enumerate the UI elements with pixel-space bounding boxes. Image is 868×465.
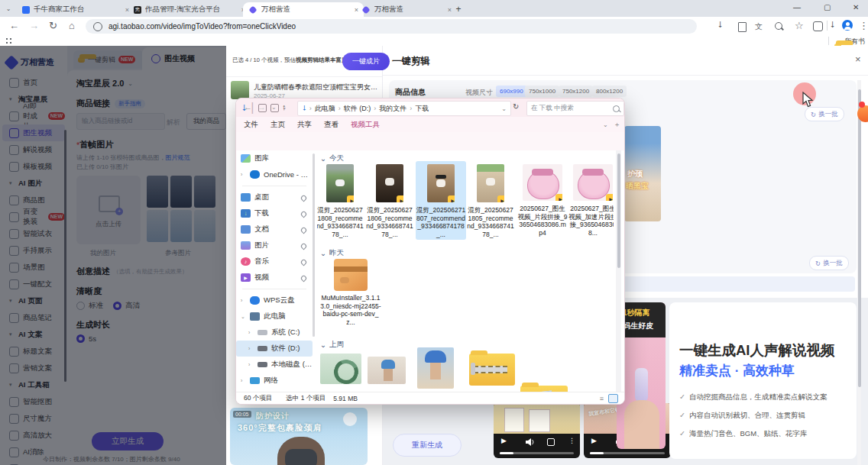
sidebar-section-taobao-xingchen[interactable]: ▾淘宝星辰 [2, 91, 65, 108]
beginner-guide-badge[interactable]: 新手指南 [115, 99, 145, 108]
tab-close-icon[interactable]: × [448, 6, 452, 14]
new-tab-button[interactable]: + [452, 3, 465, 15]
explorer-sidebar-scrollbar[interactable] [313, 153, 315, 337]
address-bar[interactable]: agi.taobao.com/video/imgToVideo?from=one… [86, 19, 697, 34]
save-collection-icon[interactable] [738, 22, 747, 32]
nav-back-icon[interactable]: ← [244, 102, 252, 111]
nav-this-pc[interactable]: ⌄此电脑 [236, 308, 313, 325]
window-maximize-button[interactable]: ▢ [824, 3, 831, 11]
site-info-icon[interactable] [93, 22, 102, 31]
sample-image[interactable] [194, 176, 215, 208]
clarity-standard-option[interactable]: 标准 [76, 301, 103, 311]
breadcrumb-dr-d[interactable]: 软件 (D:) [344, 104, 371, 114]
sample-image[interactable] [194, 210, 215, 242]
candidate-video-thumbnail[interactable]: 护颈 晒黑宝 [624, 126, 661, 221]
product-link-input[interactable]: 输入商品链接或id [76, 113, 165, 130]
progress-track[interactable] [500, 452, 574, 454]
tab-search-icon[interactable]: ⌄ [3, 4, 14, 14]
sample-image[interactable] [147, 210, 168, 242]
bookmark-star-icon[interactable]: ☆ [795, 20, 804, 31]
my-images-tab[interactable]: 我的图片 [90, 249, 116, 258]
downloads-tray-icon[interactable]: ⭣ [831, 20, 834, 30]
nav-documents[interactable]: 文档 [236, 221, 313, 237]
size-option[interactable]: 750x1000 [525, 86, 559, 97]
sidebar-item-outfit-change[interactable]: 百变换装NEW [2, 208, 65, 225]
file-item[interactable]: ▶ 混剪_202506271805_recommend_933466874178… [467, 164, 514, 238]
ribbon-collapse-icon[interactable]: ⌄ [603, 121, 608, 128]
translate-icon[interactable]: 文 [755, 21, 763, 32]
window-close-button[interactable]: ✕ [853, 3, 859, 11]
forward-icon[interactable]: → [29, 20, 39, 31]
sidebar-item-ai-erase[interactable]: AI消除 [2, 444, 65, 460]
nav-pictures[interactable]: 图片 [236, 237, 313, 253]
file-explorer-window[interactable]: ⭣ | ⌄ 播放 下载 — ▢ ✕ 文件 主页 共享 查看 视频工具 ⌄ ＋ ←… [235, 98, 625, 405]
sidebar-section-ai-copy[interactable]: ▾AI 文案 [2, 326, 65, 343]
volume-icon[interactable] [526, 438, 535, 446]
file-item-selected[interactable]: ▶ 混剪_202506271807_recommend_933466874178… [416, 161, 466, 240]
sidebar-item-marketing-copy[interactable]: 营销文案 [2, 360, 65, 376]
apps-grid-icon[interactable] [5, 37, 12, 44]
image-file-thumbnail[interactable] [417, 347, 454, 389]
model-selector[interactable]: 淘宝星辰 2.0 ⌄ [76, 78, 133, 89]
menu-file[interactable]: 文件 [244, 120, 258, 130]
fullscreen-icon[interactable] [547, 438, 555, 446]
nav-desktop[interactable]: 桌面 [236, 189, 313, 205]
file-item[interactable]: ▶ 混剪_202506271806_recommend_933466874178… [366, 164, 413, 238]
reload-icon[interactable]: ↻ [49, 20, 57, 31]
window-minimize-button[interactable]: — [793, 3, 801, 11]
sidebar-item-smart-tryon[interactable]: 智能试衣 [2, 225, 65, 242]
breadcrumb-downloads[interactable]: 下载 [415, 104, 429, 114]
sidebar-item-product-notes[interactable]: 商品笔记 [2, 309, 65, 326]
nav-videos[interactable]: ▶视频 [236, 270, 313, 286]
sample-image[interactable] [147, 176, 168, 208]
drawer-scrollbar-thumb[interactable] [858, 89, 861, 387]
sidebar-item-narration-video[interactable]: 解说视频 [2, 141, 65, 158]
profile-avatar[interactable] [842, 20, 853, 31]
zoom-icon[interactable] [775, 22, 782, 30]
zip-folder-icon[interactable] [469, 354, 515, 386]
sample-image[interactable] [170, 210, 192, 242]
group-yesterday[interactable]: ⌄昨天 [320, 248, 344, 258]
sidebar-section-ai-page[interactable]: ▾AI 页面 [2, 292, 65, 309]
size-option[interactable]: 750x1200 [559, 86, 593, 97]
nav-gallery[interactable]: 图库 [236, 150, 313, 166]
file-item[interactable]: ▶ 20250627_图生视频_加速片段拼接_93650468308... [568, 164, 614, 237]
back-icon[interactable]: ← [9, 20, 19, 31]
file-item[interactable]: ▶ 混剪_202506271808_recommend_933466874178… [317, 164, 364, 238]
browser-tab-4[interactable]: 万相营造 × [356, 2, 457, 17]
sidebar-section-ai-toolbox[interactable]: ▾AI 工具箱 [2, 376, 65, 393]
list-view-icon[interactable]: ≡ [600, 395, 604, 402]
breadcrumb-chevron-icon[interactable]: ⌄ [501, 105, 507, 112]
nav-wps-cloud[interactable]: ›WPS云盘 [236, 292, 313, 308]
drawer-close-icon[interactable]: × [855, 53, 861, 65]
menu-home[interactable]: 主页 [270, 120, 285, 130]
group-lastweek[interactable]: ⌄上周 [320, 340, 344, 350]
one-click-film-button[interactable]: 一键成片 [342, 53, 390, 70]
sample-image[interactable] [170, 176, 192, 208]
play-icon[interactable]: ▶ [501, 437, 507, 444]
duration-5s-option[interactable]: 5s [76, 334, 96, 343]
sidebar-item-template-video[interactable]: 模板视频 [2, 158, 65, 175]
sidebar-scrollbar[interactable] [64, 130, 66, 382]
my-products-button[interactable]: 我的商品 [186, 113, 226, 130]
menu-share[interactable]: 共享 [297, 120, 312, 130]
sidebar-item-ai-instant-film[interactable]: AI即时成片NEW [2, 108, 65, 124]
video-card[interactable]: 00:05 防护设计 360°完整包裹脸颈肩 [230, 408, 368, 465]
sidebar-item-title-copy[interactable]: 标题文案 [2, 343, 65, 360]
ribbon-help-icon[interactable]: ＋ [614, 120, 620, 130]
nav-onedrive[interactable]: ›OneDrive - Per [236, 166, 313, 182]
sidebar-item-ai-expand[interactable]: AI扩图 [2, 460, 65, 465]
sidebar-section-ai-image[interactable]: ▾AI 图片 [2, 175, 65, 192]
sidebar-item-size-magic[interactable]: 尺寸魔方 [2, 410, 65, 427]
size-option-selected[interactable]: 690x990 [496, 86, 527, 97]
sidebar-item-product-image[interactable]: 商品图 [2, 192, 65, 208]
nav-drive-e[interactable]: ›本地磁盘 (E:) [236, 357, 313, 373]
browser-tab-2[interactable]: 光 作品管理-淘宝光合平台 × [128, 2, 251, 17]
play-icon[interactable]: ▶ [591, 437, 597, 444]
nav-drive-c[interactable]: ›系统 (C:) [236, 325, 313, 341]
sidebar-item-hd-upscale[interactable]: 高清放大 [2, 427, 65, 444]
nav-music[interactable]: ♪音乐 [236, 253, 313, 270]
nav-network[interactable]: ›网络 [236, 373, 313, 389]
url-text[interactable]: agi.taobao.com/video/imgToVideo?from=one… [108, 22, 296, 31]
generate-button[interactable]: 立即生成 [92, 432, 164, 450]
